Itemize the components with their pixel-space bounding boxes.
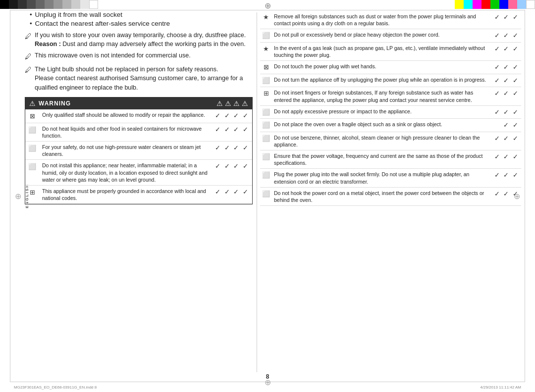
- row-text: Do not use benzene, thinner, alcohol, st…: [272, 132, 492, 150]
- table-row: ⬜ Do not use benzene, thinner, alcohol, …: [260, 132, 521, 150]
- table-row: ⬜ Ensure that the power voltage, frequen…: [260, 150, 521, 169]
- table-row: ⬜ Do not turn the appliance off by unplu…: [260, 74, 521, 87]
- row-checks: ✓ ✓ ✓ ✓: [212, 185, 252, 203]
- row-icon: ⬜: [260, 119, 272, 132]
- row-text: Do not place the oven over a fragile obj…: [272, 119, 492, 132]
- row-checks: ✓ ✓ ✓: [492, 61, 521, 74]
- row-text: In the event of a gas leak (such as prop…: [272, 42, 492, 60]
- row-checks: ✓ ✓ ✓ ✓: [212, 123, 252, 141]
- row-text: Do not pull or excessively bend or place…: [272, 29, 492, 43]
- row-icon: ★: [260, 42, 272, 60]
- row-text: Do not touch the power plug with wet han…: [272, 61, 492, 74]
- row-text: Only qualified staff should be allowed t…: [39, 109, 212, 123]
- row-icon: ⬜: [260, 105, 272, 119]
- row-icon: ★: [260, 11, 272, 29]
- row-text: Plug the power plug into the wall socket…: [272, 169, 492, 187]
- row-text: Do not insert fingers or foreign substan…: [272, 87, 492, 105]
- bullet-item-1: • Unplug it from the wall socket: [30, 11, 253, 18]
- row-icon: ⬜: [260, 150, 272, 169]
- table-row: ⬜ Do not install this appliance; near he…: [25, 160, 252, 186]
- row-icon: ⬜: [25, 160, 39, 186]
- row-checks: ✓ ✓ ✓: [492, 187, 521, 205]
- row-text: Do not install this appliance; near heat…: [39, 160, 212, 186]
- right-warning-table: ★ Remove all foreign substances such as …: [260, 11, 521, 206]
- warning-title: WARNING: [39, 100, 71, 107]
- row-icon: ⬜: [260, 169, 272, 187]
- row-checks: ✓ ✓ ✓ ✓: [212, 141, 252, 159]
- row-text: Do not hook the power cord on a metal ob…: [272, 187, 492, 205]
- table-row: ⊠ Do not touch the power plug with wet h…: [260, 61, 521, 74]
- bullet-item-2: • Contact the nearest after-sales servic…: [30, 20, 253, 27]
- row-icon: ⬜: [25, 141, 39, 159]
- warn-icon-1: ⚠: [216, 99, 223, 107]
- page-number: 8: [266, 373, 269, 380]
- table-row: ⬜ Do not apply excessive pressure or imp…: [260, 105, 521, 119]
- row-text: Remove all foreign substances such as du…: [272, 11, 492, 29]
- warn-icon-2: ⚠: [225, 99, 231, 107]
- row-checks: ✓ ✓ ✓ ✓: [212, 160, 252, 186]
- warn-icon-3: ⚠: [233, 99, 240, 107]
- row-checks: ✓ ✓ ✓: [492, 105, 521, 119]
- column-divider: [257, 12, 257, 372]
- row-icon: ⬜: [260, 29, 272, 43]
- gray-bars: [54, 0, 98, 9]
- note-text-3: The Light bulb should not be replaced in…: [35, 66, 243, 91]
- note-icon-2: 🖊: [25, 52, 32, 62]
- warning-table: ⊠ Only qualified staff should be allowed…: [25, 109, 252, 204]
- row-icon: ⊞: [260, 87, 272, 105]
- warning-header-icons: ⚠ ⚠ ⚠ ⚠: [216, 99, 248, 107]
- note-item-2: 🖊 This microwave oven is not intended fo…: [25, 51, 253, 62]
- bullet-text-1: Unplug it from the wall socket: [35, 11, 122, 18]
- row-text: This appliance must be properly grounded…: [39, 185, 212, 203]
- row-text: Do not apply excessive pressure or impac…: [272, 105, 492, 119]
- footer-timestamp: 4/29/2013 11:11:42 AM: [480, 385, 521, 390]
- color-bars-top: ⊕: [0, 0, 535, 9]
- table-row: ⊞ Do not insert fingers or foreign subst…: [260, 87, 521, 105]
- row-checks: ✓ ✓: [492, 119, 521, 132]
- crosshair-left-icon: ⊕: [15, 192, 21, 201]
- row-checks: ✓ ✓ ✓: [492, 169, 521, 187]
- row-checks: ✓ ✓ ✓ ✓: [212, 109, 252, 123]
- row-text: Ensure that the power voltage, frequency…: [272, 150, 492, 169]
- color-bars-right: [455, 0, 535, 9]
- warning-triangle-icon: ⚠: [29, 99, 36, 107]
- note-item-3: 🖊 The Light bulb should not be replaced …: [25, 65, 253, 93]
- table-row: ⬜ Plug the power plug into the wall sock…: [260, 169, 521, 187]
- table-row: ⬜ For your safety, do not use high-press…: [25, 141, 252, 159]
- black-bars: [0, 0, 54, 9]
- row-checks: ✓ ✓ ✓: [492, 42, 521, 60]
- bullet-icon-1: •: [30, 11, 32, 18]
- row-icon: ⬜: [260, 187, 272, 205]
- warning-header: ⚠ WARNING ⚠ ⚠ ⚠ ⚠: [25, 98, 252, 109]
- row-checks: ✓ ✓ ✓: [492, 132, 521, 150]
- note-text-2: This microwave oven is not intended for …: [35, 52, 191, 59]
- row-icon: ⬜: [260, 74, 272, 87]
- row-text: Do not heat liquids and other food in se…: [39, 123, 212, 141]
- row-checks: ✓ ✓ ✓: [492, 29, 521, 43]
- row-checks: ✓ ✓ ✓: [492, 150, 521, 169]
- table-row: ⬜ Do not heat liquids and other food in …: [25, 123, 252, 141]
- table-row: ⬜ Do not place the oven over a fragile o…: [260, 119, 521, 132]
- note-icon-3: 🖊: [25, 65, 32, 75]
- footer-file-info: MG23F301EAS_EO_DE68-03911G_EN.indd 8: [14, 385, 97, 390]
- left-column: • Unplug it from the wall socket • Conta…: [25, 11, 253, 372]
- bullet-icon-2: •: [30, 20, 32, 27]
- table-row: ★ In the event of a gas leak (such as pr…: [260, 42, 521, 60]
- table-row: ⊠ Only qualified staff should be allowed…: [25, 109, 252, 123]
- row-checks: ✓ ✓ ✓: [492, 87, 521, 105]
- table-row: ⬜ Do not hook the power cord on a metal …: [260, 187, 521, 205]
- row-icon: ⊠: [260, 61, 272, 74]
- warning-box: ⚠ WARNING ⚠ ⚠ ⚠ ⚠ ⊠ Only qualified staff…: [25, 97, 253, 204]
- row-text: For your safety, do not use high-pressur…: [39, 141, 212, 159]
- row-checks: ✓ ✓ ✓: [492, 11, 521, 29]
- table-row: ★ Remove all foreign substances such as …: [260, 11, 521, 29]
- row-icon: ⊠: [25, 109, 39, 123]
- note-text-1: If you wish to store your oven away temp…: [35, 32, 246, 48]
- row-icon: ⊞: [25, 185, 39, 203]
- bullet-text-2: Contact the nearest after-sales service …: [35, 20, 170, 27]
- note-icon-1: 🖊: [25, 32, 32, 42]
- warn-icon-4: ⚠: [242, 99, 248, 107]
- right-column: ★ Remove all foreign substances such as …: [260, 11, 521, 372]
- row-text: Do not turn the appliance off by unplugg…: [272, 74, 492, 87]
- note-item-1: 🖊 If you wish to store your oven away te…: [25, 31, 253, 49]
